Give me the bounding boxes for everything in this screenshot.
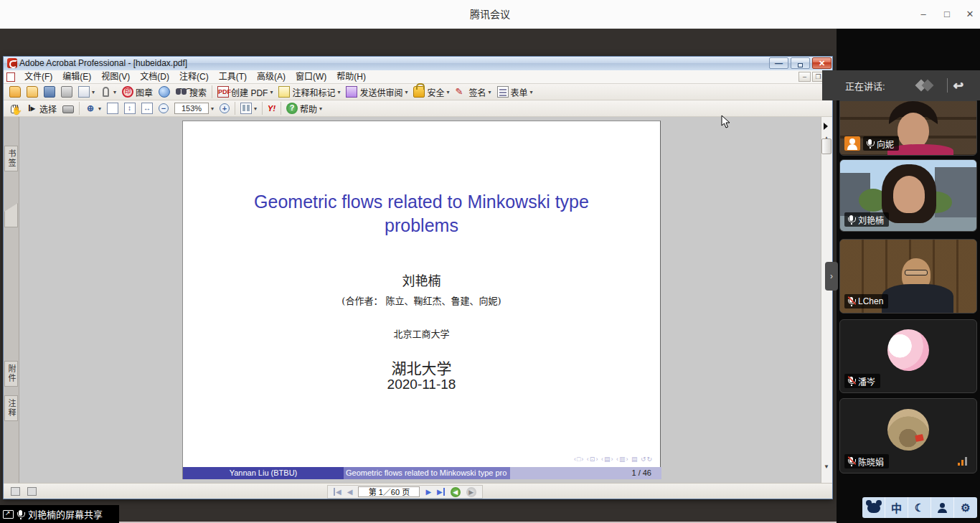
video-tile-chenxiaojuan[interactable]: 陈晓娟 [839,398,977,473]
acrobat-title: Adobe Acrobat Professional - [hubeidax.p… [19,58,187,68]
menu-document[interactable]: 文档(D) [135,70,174,84]
snapshot-button[interactable] [60,101,77,116]
os-close-button[interactable]: ✕ [963,9,976,20]
save-button[interactable] [41,85,58,100]
forms-button[interactable]: 表单▾ [494,85,536,100]
video-tile-pancen[interactable]: 潘岑 [839,319,977,393]
web-button[interactable] [156,85,173,100]
actual-size-button[interactable] [104,101,121,116]
fit-width-button[interactable] [138,101,156,116]
menu-window[interactable]: 窗口(W) [291,70,331,84]
ime-toolbar: 中 ☾ ⚙ [862,497,977,518]
tab-attachments[interactable]: 附件 [4,361,18,387]
participant-name-pill: 陈晓娟 [844,454,889,468]
ime-person-icon[interactable] [931,497,954,518]
prev-view-button[interactable]: ◀ [451,487,461,497]
video-tile-lchen[interactable]: LChen [839,239,977,314]
slide-author: 刘艳楠 [183,270,660,289]
menu-tools[interactable]: 工具(T) [214,70,252,84]
collapse-panel-arrow-icon[interactable]: ↩ [953,78,963,93]
participant-name-pill: 刘艳楠 [844,212,889,227]
tab-comments[interactable]: 注释 [4,395,18,421]
acrobat-titlebar[interactable]: Adobe Acrobat Professional - [hubeidax.p… [4,57,832,70]
security-button[interactable]: 安全▾ [410,85,452,100]
acrobat-restore-button[interactable] [791,57,810,69]
screen-share-label: 刘艳楠的屏幕共享 [28,507,103,521]
open2-button[interactable] [24,85,41,100]
video-feed [840,101,976,155]
menu-view[interactable]: 视图(V) [96,70,135,84]
pdf-doc-icon [6,72,15,82]
status-icon-1[interactable] [11,487,20,496]
zoom-out-button[interactable]: − [156,101,171,116]
send-review-button[interactable]: 发送供审阅▾ [343,85,410,100]
scrollbar-thumb[interactable] [821,138,831,154]
tab-bookmarks[interactable]: 书签 [4,146,18,171]
zoom-in-button[interactable]: + [217,101,232,116]
video-tile-xiangni[interactable]: 向妮 [839,100,977,156]
menu-edit[interactable]: 编辑(E) [57,70,96,84]
email-button[interactable]: ▾ [75,85,98,100]
os-maximize-button[interactable]: □ [941,9,953,20]
vertical-scrollbar[interactable] [821,117,832,483]
status-icon-2[interactable] [27,487,37,496]
doc-minimize-button[interactable]: – [798,72,811,82]
panel-collapse-handle[interactable]: › [825,262,838,291]
screen-share-banner: 刘艳楠的屏幕共享 [0,505,119,523]
network-signal-icon [958,457,969,466]
stamp-button[interactable]: 印图章 [119,85,156,100]
create-pdf-button[interactable]: PDF创建 PDF▾ [215,85,275,100]
beamer-nav-symbols[interactable]: ‹□› ‹⊡› ‹▤› ‹▥› ▤ ↺↻ [574,456,653,463]
tencent-meeting-logo [915,80,940,91]
mouse-cursor [721,115,731,129]
slide-affiliation: 北京工商大学 [183,326,660,340]
acrobat-menubar: 文件(F) 编辑(E) 视图(V) 文档(D) 注释(C) 工具(T) 高级(A… [4,70,832,84]
menu-file[interactable]: 文件(F) [19,70,57,84]
last-page-button[interactable]: ▶ [437,488,445,496]
comment-markup-button[interactable]: 注释和标记▾ [275,85,343,100]
sign-button[interactable]: ✎签名▾ [453,85,494,100]
member-badge-icon [844,136,860,151]
avatar [887,409,929,451]
acrobat-close-button[interactable]: ✕ [812,57,831,69]
ime-settings-icon[interactable]: ⚙ [954,497,977,518]
menu-advanced[interactable]: 高级(A) [252,70,291,84]
next-view-button[interactable]: ▶ [466,487,476,497]
menu-help[interactable]: 帮助(H) [331,70,371,84]
os-minimize-button[interactable]: – [917,9,930,20]
zoom-tool-button[interactable]: ⊕▾ [82,101,104,116]
page-number-box[interactable]: 第 1／60 页 [358,486,420,497]
yahoo-toolbar-button[interactable]: Y! [265,101,278,116]
first-page-button[interactable]: ◀ [334,488,341,496]
speaking-bar-separator [947,78,948,93]
slide-footer-title: Geometric flows related to Minkowski typ… [344,467,510,479]
slide-footer-author: Yannan Liu (BTBU) [183,467,344,479]
ime-logo-icon[interactable] [862,497,885,518]
acrobat-minimize-button[interactable]: — [769,57,788,69]
select-tool-button[interactable]: I▸选择 [23,101,60,116]
speaking-now-bar: 正在讲话: ↩ [822,70,980,100]
ime-moon-icon[interactable]: ☾ [908,497,931,518]
hide-toolbar-arrow[interactable] [824,123,828,130]
prev-page-button[interactable]: ◀ [347,488,353,496]
acrobat-toolbar-file: ▾ ▾ 印图章 ⌒⌒搜索 PDF创建 PDF▾ 注释和标记▾ 发送供审阅▾ 安全… [4,84,832,100]
attach-button[interactable]: ▾ [98,85,119,100]
slide-footer-pagecount: 1 / 46 [510,467,661,479]
share-mic-icon [17,509,25,519]
fit-page-button[interactable] [121,101,138,116]
ime-lang-button[interactable]: 中 [885,497,908,518]
scroll-down-arrow[interactable]: ▼ [821,461,831,472]
help-button[interactable]: ?帮助▾ [283,101,325,116]
menu-comments[interactable]: 注释(C) [174,70,214,84]
participant-name-pill: 潘岑 [844,374,880,388]
next-page-button[interactable]: ▶ [425,488,431,496]
zoom-level-box[interactable]: 153%▾ [171,101,217,116]
video-tile-liuyannan[interactable]: 刘艳楠 [839,159,977,232]
print-button[interactable] [58,85,75,100]
page-layout-button[interactable]: ▾ [237,101,260,116]
slide-footer: Yannan Liu (BTBU) Geometric flows relate… [183,467,661,479]
slide-title: Geometric flows related to Minkowski typ… [183,190,660,237]
hand-tool-button[interactable]: ✋ [6,101,23,116]
open-button[interactable] [6,85,24,100]
search-button[interactable]: ⌒⌒搜索 [173,85,209,100]
